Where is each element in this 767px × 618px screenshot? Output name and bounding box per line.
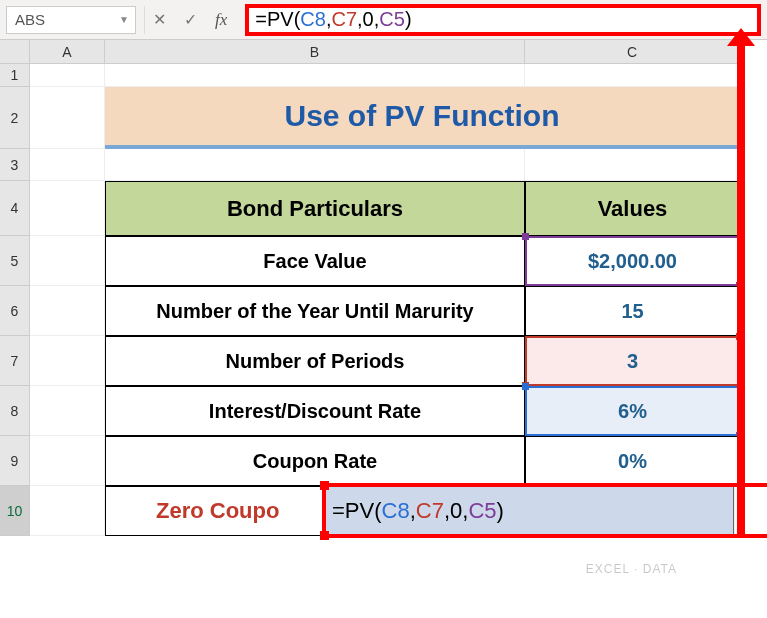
column-headers: A B C [30,40,740,64]
formula-arg4: C5 [379,8,405,31]
cell[interactable] [30,87,105,149]
label-text: Interest/Discount Rate [209,400,421,423]
header-particulars[interactable]: Bond Particulars [105,181,525,236]
name-box-value: ABS [15,11,45,28]
cell[interactable] [30,486,105,536]
row-header-9[interactable]: 9 [0,436,30,486]
value-periods[interactable]: 3 [525,336,740,386]
edit-a4: C5 [468,498,496,524]
label-text: Coupon Rate [253,450,377,473]
row-header-2[interactable]: 2 [0,87,30,149]
select-all-corner[interactable] [0,40,30,64]
value-rate[interactable]: 6% [525,386,740,436]
header-values-text: Values [598,196,668,222]
row-header-5[interactable]: 5 [0,236,30,286]
formula-arg2: C7 [331,8,357,31]
formula-bar: ABS ▼ ✕ ✓ fx = PV ( C8 , C7 , 0 , C5 ) [0,0,767,40]
formula-fn: PV [267,8,294,31]
value-text: 3 [627,350,638,373]
row-header-8[interactable]: 8 [0,386,30,436]
row-header-3[interactable]: 3 [0,149,30,181]
col-header-b[interactable]: B [105,40,525,64]
header-particulars-text: Bond Particulars [227,196,403,222]
title-text: Use of PV Function [284,99,559,133]
cell[interactable] [30,236,105,286]
formula-arg1: C8 [300,8,326,31]
label-face-value[interactable]: Face Value [105,236,525,286]
cell[interactable] [525,149,740,181]
row-header-1[interactable]: 1 [0,64,30,87]
label-text: Zero Coupo [156,498,279,524]
editing-cell-content[interactable]: =PV( C8 , C7 , 0 , C5 ) [325,486,734,535]
row-headers: 1 2 3 4 5 6 7 8 9 10 [0,64,30,536]
label-rate[interactable]: Interest/Discount Rate [105,386,525,436]
formula-close: ) [405,8,412,31]
value-coupon[interactable]: 0% [525,436,740,486]
cell[interactable] [30,286,105,336]
chevron-down-icon[interactable]: ▼ [119,14,129,25]
enter-icon[interactable]: ✓ [184,10,197,29]
label-text: Face Value [263,250,366,273]
cell[interactable] [105,149,525,181]
label-text: Number of the Year Until Marurity [156,300,473,323]
edit-a3: 0 [450,498,462,524]
name-box[interactable]: ABS ▼ [6,6,136,34]
row-header-4[interactable]: 4 [0,181,30,236]
label-years[interactable]: Number of the Year Until Marurity [105,286,525,336]
fx-icon[interactable]: fx [215,10,227,30]
cell[interactable] [30,436,105,486]
edit-close: ) [497,498,504,524]
row-header-6[interactable]: 6 [0,286,30,336]
cell[interactable] [30,386,105,436]
row-header-7[interactable]: 7 [0,336,30,386]
cell[interactable] [30,181,105,236]
cancel-icon[interactable]: ✕ [153,10,166,29]
cell[interactable] [30,149,105,181]
cell[interactable] [30,336,105,386]
col-header-a[interactable]: A [30,40,105,64]
row-header-10[interactable]: 10 [0,486,30,536]
formula-bar-icons: ✕ ✓ fx [153,10,227,30]
value-text: $2,000.00 [588,250,677,273]
edit-a2: C7 [416,498,444,524]
value-years[interactable]: 15 [525,286,740,336]
cell[interactable] [105,64,525,87]
col-header-c[interactable]: C [525,40,740,64]
value-text: 0% [618,450,647,473]
cell[interactable] [30,64,105,87]
label-coupon[interactable]: Coupon Rate [105,436,525,486]
annotation-arrow-icon [737,44,745,538]
title-cell[interactable]: Use of PV Function [105,87,740,149]
formula-eq: = [255,8,267,31]
label-text: Number of Periods [226,350,405,373]
value-text: 6% [618,400,647,423]
edit-prefix: =PV( [332,498,382,524]
separator [144,6,145,34]
watermark: EXCEL · DATA [586,562,677,576]
value-text: 15 [621,300,643,323]
cell[interactable] [525,64,740,87]
formula-input[interactable]: = PV ( C8 , C7 , 0 , C5 ) [245,4,761,36]
edit-a1: C8 [382,498,410,524]
formula-open: ( [294,8,301,31]
editing-cell[interactable]: =PV( C8 , C7 , 0 , C5 ) [325,486,735,536]
label-periods[interactable]: Number of Periods [105,336,525,386]
formula-arg3: 0 [363,8,374,31]
value-face-value[interactable]: $2,000.00 [525,236,740,286]
header-values[interactable]: Values [525,181,740,236]
